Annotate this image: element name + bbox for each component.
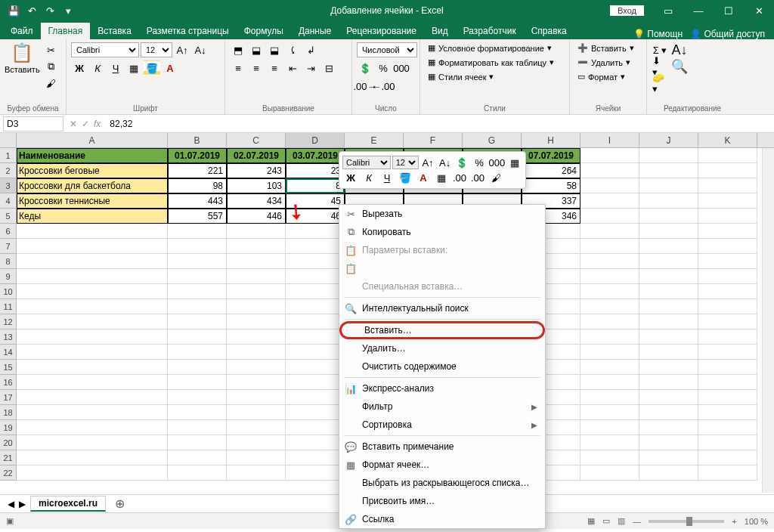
cell[interactable] <box>639 450 698 466</box>
mini-underline-icon[interactable]: Ч <box>379 170 395 185</box>
tell-me-icon[interactable]: 💡 Помощн <box>633 29 683 39</box>
wrap-text-icon[interactable]: ↲ <box>302 42 319 57</box>
cell[interactable] <box>639 360 698 375</box>
underline-icon[interactable]: Ч <box>107 60 124 76</box>
cell[interactable] <box>698 148 757 163</box>
tab-pagelayout[interactable]: Разметка страницы <box>139 23 237 39</box>
zoom-slider[interactable] <box>649 520 724 523</box>
format-painter-icon[interactable]: 🖌 <box>43 76 60 91</box>
align-top-icon[interactable]: ⬒ <box>230 42 246 57</box>
cell[interactable] <box>17 299 168 314</box>
ctx-sort[interactable]: Сортировка▶ <box>339 416 545 434</box>
cell[interactable] <box>580 299 639 314</box>
share-button[interactable]: 👤 Общий доступ <box>690 29 765 39</box>
cell[interactable] <box>17 329 168 345</box>
mini-size-select[interactable]: 12 <box>392 156 419 169</box>
cell[interactable] <box>286 435 345 450</box>
redo-icon[interactable]: ↷ <box>42 3 57 18</box>
mini-increase-font-icon[interactable]: A↑ <box>420 155 436 170</box>
cell[interactable]: 243 <box>227 163 286 178</box>
cell[interactable] <box>639 314 698 329</box>
border-icon[interactable]: ▦ <box>125 60 142 76</box>
cell[interactable] <box>17 466 168 481</box>
cell[interactable]: 46 <box>286 209 345 224</box>
cell[interactable] <box>639 299 698 314</box>
ctx-copy[interactable]: ⧉Копировать <box>339 223 545 241</box>
cell[interactable] <box>698 360 757 375</box>
italic-icon[interactable]: К <box>89 60 106 76</box>
cell[interactable] <box>639 345 698 360</box>
insert-cells-button[interactable]: ➕Вставить ▾ <box>574 42 637 54</box>
row-header[interactable]: 8 <box>0 254 17 269</box>
font-color-icon[interactable]: А <box>162 60 178 76</box>
col-header[interactable]: B <box>168 133 227 147</box>
cell[interactable] <box>698 329 757 345</box>
cell[interactable] <box>580 466 639 481</box>
cell[interactable] <box>580 390 639 405</box>
cell[interactable]: 103 <box>227 178 286 193</box>
cell[interactable] <box>698 450 757 466</box>
cell[interactable] <box>639 466 698 481</box>
cell[interactable] <box>580 284 639 299</box>
cell[interactable] <box>168 239 227 254</box>
cell[interactable] <box>227 224 286 239</box>
mini-comma-icon[interactable]: 000 <box>488 155 505 170</box>
cell[interactable] <box>227 375 286 390</box>
cell[interactable] <box>286 239 345 254</box>
cell[interactable] <box>168 284 227 299</box>
cell[interactable] <box>17 284 168 299</box>
vertical-scrollbar[interactable] <box>762 148 774 493</box>
cell[interactable] <box>639 390 698 405</box>
cell[interactable] <box>286 390 345 405</box>
cell[interactable] <box>227 269 286 284</box>
cell[interactable] <box>17 420 168 435</box>
align-center-icon[interactable]: ≡ <box>248 60 265 76</box>
ctx-clear[interactable]: Очистить содержимое <box>339 357 545 376</box>
cell[interactable] <box>639 163 698 178</box>
cell[interactable] <box>580 239 639 254</box>
undo-icon[interactable]: ↶ <box>24 3 39 18</box>
cell[interactable] <box>698 193 757 209</box>
cell[interactable] <box>168 314 227 329</box>
cell[interactable] <box>580 420 639 435</box>
cell[interactable] <box>580 329 639 345</box>
cell[interactable]: Кроссовки теннисные <box>17 193 168 209</box>
row-header[interactable]: 5 <box>0 209 17 224</box>
decrease-font-icon[interactable]: A↓ <box>192 42 209 57</box>
cell[interactable]: Кеды <box>17 209 168 224</box>
cell[interactable] <box>168 390 227 405</box>
mini-border2-icon[interactable]: ▦ <box>433 170 450 185</box>
sheet-tab[interactable]: microexcel.ru <box>30 496 106 512</box>
ctx-smart-lookup[interactable]: 🔍Интеллектуальный поиск <box>339 299 545 317</box>
col-header[interactable]: D <box>286 133 345 147</box>
cell[interactable] <box>580 178 639 193</box>
cell[interactable] <box>286 360 345 375</box>
col-header[interactable]: I <box>580 133 639 147</box>
mini-decrease-font-icon[interactable]: A↓ <box>437 155 453 170</box>
close-icon[interactable]: ✕ <box>744 0 774 21</box>
mini-fontcolor-icon[interactable]: А <box>415 170 432 185</box>
cell[interactable] <box>17 239 168 254</box>
cell[interactable] <box>639 148 698 163</box>
cell[interactable] <box>639 405 698 420</box>
cell[interactable] <box>168 329 227 345</box>
cell[interactable] <box>580 193 639 209</box>
cell[interactable] <box>168 224 227 239</box>
tab-insert[interactable]: Вставка <box>90 23 139 39</box>
sheet-nav-last-icon[interactable]: ▶ <box>19 499 26 509</box>
cell[interactable] <box>639 420 698 435</box>
mini-border-icon[interactable]: ▦ <box>506 155 522 170</box>
cell[interactable] <box>639 254 698 269</box>
tab-home[interactable]: Главная <box>41 23 91 39</box>
cell[interactable] <box>227 284 286 299</box>
cell[interactable] <box>227 329 286 345</box>
align-bottom-icon[interactable]: ⬓ <box>266 42 283 57</box>
cell[interactable] <box>227 254 286 269</box>
paste-icon[interactable]: 📋 <box>11 42 33 63</box>
cell[interactable] <box>639 209 698 224</box>
bold-icon[interactable]: Ж <box>71 60 88 76</box>
cell[interactable] <box>17 345 168 360</box>
cell[interactable] <box>286 420 345 435</box>
row-header[interactable]: 17 <box>0 390 17 405</box>
enter-formula-icon[interactable]: ✓ <box>82 119 89 129</box>
